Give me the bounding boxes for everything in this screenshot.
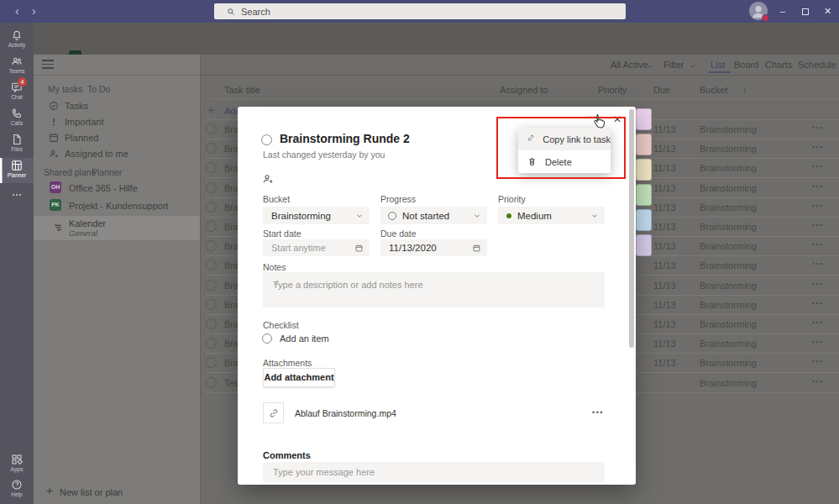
task-complete-circle[interactable] (206, 202, 217, 213)
task-complete-circle[interactable] (206, 377, 217, 388)
calendar-icon[interactable] (472, 244, 481, 253)
task-row-menu-icon[interactable]: ••• (812, 202, 824, 209)
sidebar-plan-oh[interactable]: OHOffice 365 - Hilfe (34, 181, 200, 198)
task-row-menu-icon[interactable]: ••• (812, 318, 824, 326)
avatar[interactable] (749, 2, 768, 20)
due-date-field[interactable]: 11/13/2020 (380, 239, 487, 256)
rail-item-chat[interactable]: Chat4 (0, 80, 34, 105)
rail-item-planner[interactable]: Planner (0, 158, 34, 183)
start-date-field[interactable]: Start anytime (263, 239, 370, 256)
task-title-cell: Bra (224, 358, 239, 368)
app-rail: ActivityTeamsChat4CallsFilesPlannerAppsH… (0, 23, 34, 504)
task-complete-circle[interactable] (206, 338, 217, 349)
task-due-cell: 11/13 (653, 202, 676, 213)
column-divider (210, 98, 839, 99)
task-complete-circle[interactable] (206, 143, 217, 154)
tab-charts[interactable]: Charts (765, 60, 792, 70)
search-input[interactable]: Search (214, 3, 626, 19)
progress-dropdown[interactable]: Not started (380, 207, 487, 224)
task-row-menu-icon[interactable]: ••• (812, 260, 824, 267)
task-row-menu-icon[interactable]: ••• (812, 377, 824, 385)
rail-item-activity[interactable]: Activity (0, 28, 34, 53)
col-assigned-to[interactable]: Assigned to (500, 85, 548, 95)
forward-icon[interactable]: › (32, 0, 36, 23)
sidebar-item-tasks[interactable]: Tasks (34, 99, 200, 115)
shared-plans-label: Shared plans (44, 167, 96, 177)
task-complete-circle[interactable] (206, 123, 217, 134)
minimize-button[interactable]: – (780, 0, 785, 23)
task-complete-circle[interactable] (206, 221, 217, 232)
task-complete-circle[interactable] (206, 357, 217, 368)
task-complete-circle[interactable] (206, 162, 217, 173)
rail-item-label: Apps (0, 466, 34, 472)
sidebar-plan-pk[interactable]: PKProjekt - Kundensupport (34, 198, 200, 216)
filter-dropdown[interactable]: Filter (663, 60, 684, 70)
sidebar-item-planned[interactable]: Planned (34, 131, 200, 147)
task-title[interactable]: Brainstorming Runde 2 (280, 132, 410, 145)
dialog-scrollbar[interactable] (629, 109, 634, 348)
calendar-icon[interactable] (354, 244, 364, 253)
col-priority[interactable]: Priority (598, 85, 627, 95)
help-icon (10, 478, 24, 491)
sidebar-item-assigned-to-me[interactable]: Assigned to me (34, 147, 200, 163)
task-row-menu-icon[interactable]: ••• (812, 299, 824, 307)
task-row-menu-icon[interactable]: ••• (812, 221, 824, 228)
col-due[interactable]: Due (653, 85, 670, 95)
task-row-menu-icon[interactable]: ••• (812, 280, 824, 287)
bucket-dropdown[interactable]: Brainstorming (263, 207, 370, 224)
hand-cursor (590, 112, 609, 133)
priority-dropdown[interactable]: Medium (498, 207, 605, 224)
comment-input[interactable]: Type your message here (263, 462, 605, 482)
attachment-more-icon[interactable]: ••• (592, 408, 604, 417)
rail-item-files[interactable]: Files (0, 132, 34, 157)
task-complete-circle[interactable] (206, 280, 217, 291)
rail-item-teams[interactable]: Teams (0, 54, 34, 79)
back-icon[interactable]: ‹ (15, 0, 19, 23)
my-tasks-sub[interactable]: To Do (87, 84, 110, 94)
sidebar-plan-kalender[interactable]: KalenderGeneral (34, 216, 200, 240)
rail-item-apps[interactable]: Apps (0, 452, 34, 477)
rail-item-help[interactable]: Help (0, 477, 34, 502)
task-row-menu-icon[interactable]: ••• (812, 162, 824, 170)
tab-list[interactable]: List (711, 60, 725, 70)
task-row-menu-icon[interactable]: ••• (812, 240, 824, 248)
checklist-item-circle[interactable] (262, 333, 272, 344)
close-window-button[interactable]: ✕ (824, 0, 831, 23)
task-complete-circle[interactable] (206, 260, 217, 270)
add-checklist-item[interactable]: Add an item (280, 333, 329, 344)
sidebar-item-label: Important (65, 117, 103, 127)
notes-textarea[interactable]: Type a description or add notes here (263, 272, 605, 307)
task-row-menu-icon[interactable]: ••• (812, 182, 824, 190)
task-complete-circle[interactable] (206, 318, 217, 329)
complete-task-circle[interactable] (261, 134, 272, 145)
label-chip (636, 159, 652, 181)
task-row-menu-icon[interactable]: ••• (812, 357, 824, 365)
resize-handle-icon[interactable] (273, 280, 279, 286)
rail-item-more[interactable] (0, 187, 34, 204)
task-due-cell: 11/13 (653, 260, 676, 270)
tab-board[interactable]: Board (734, 60, 758, 70)
rail-item-calls[interactable]: Calls (0, 106, 34, 131)
col-task-title[interactable]: Task title (224, 85, 260, 95)
task-complete-circle[interactable] (206, 182, 217, 193)
group-by-dropdown[interactable]: All Active (611, 60, 648, 70)
maximize-button[interactable] (802, 8, 809, 15)
hamburger-icon[interactable] (42, 60, 54, 70)
tab-schedule[interactable]: Schedule (798, 60, 836, 70)
attachments-label: Attachments (263, 358, 312, 368)
task-bucket-cell: Brainstorming (700, 241, 757, 251)
task-complete-circle[interactable] (206, 299, 217, 310)
attachment-name[interactable]: Ablauf Brainstorming.mp4 (295, 408, 396, 418)
sort-descending-icon[interactable]: ↓ (742, 85, 747, 94)
task-row-menu-icon[interactable]: ••• (812, 143, 824, 150)
sidebar-item-important[interactable]: Important (34, 115, 200, 131)
task-row-menu-icon[interactable]: ••• (812, 123, 824, 131)
add-attachment-button[interactable]: Add attachment (263, 368, 335, 387)
label-chip (636, 134, 652, 155)
active-tab-underline (709, 71, 731, 73)
assign-person-icon[interactable] (261, 172, 275, 186)
new-list-or-plan-button[interactable]: New list or plan (60, 487, 123, 497)
col-bucket[interactable]: Bucket (700, 85, 728, 95)
task-row-menu-icon[interactable]: ••• (812, 338, 824, 345)
task-complete-circle[interactable] (206, 240, 217, 251)
